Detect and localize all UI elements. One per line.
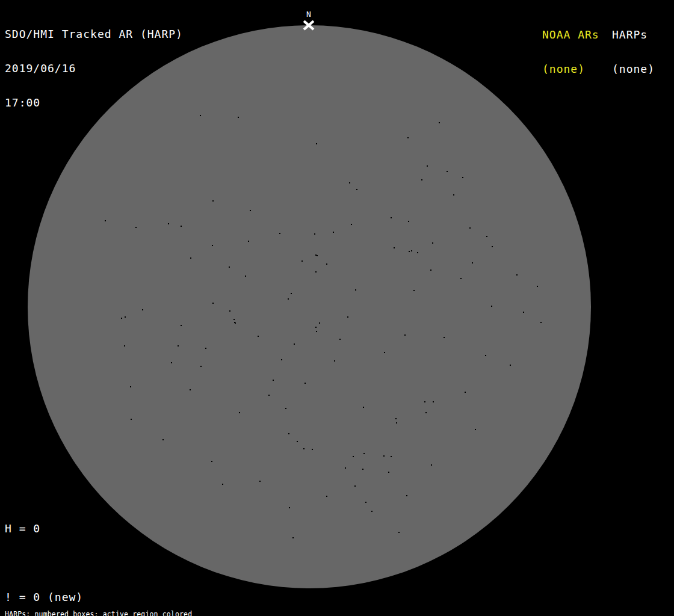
sunspot-speckle (326, 496, 327, 497)
sunspot-speckle (353, 456, 354, 457)
sunspot-speckle (279, 233, 280, 234)
noaa-ars-value: (none) (542, 63, 599, 75)
sunspot-speckle (417, 252, 418, 253)
sunspot-speckle (396, 422, 397, 424)
sunspot-speckle (363, 453, 365, 454)
north-label: N (302, 10, 315, 18)
sunspot-speckle (245, 276, 246, 277)
sunspot-speckle (121, 318, 122, 319)
sunspot-speckle (135, 227, 137, 228)
noaa-ars-block: NOAA ARs (none) (542, 6, 599, 97)
sunspot-speckle (356, 189, 357, 190)
sunspot-speckle (305, 383, 306, 384)
legend-harp-count: H = 0 (5, 523, 140, 534)
sunspot-speckle (316, 331, 317, 332)
sunspot-speckle (465, 392, 466, 393)
sunspot-speckle (105, 220, 106, 221)
sunspot-speckle (523, 312, 524, 313)
sunspot-speckle (239, 412, 240, 413)
sunspot-speckle (424, 401, 425, 402)
sunspot-speckle (130, 386, 131, 387)
sunspot-speckle (205, 348, 206, 349)
sunspot-speckle (273, 380, 274, 381)
title-block: SDO/HMI Tracked AR (HARP) 2019/06/16 17:… (5, 5, 183, 131)
sunspot-speckle (433, 401, 434, 402)
sunspot-speckle (301, 260, 303, 262)
sunspot-speckle (492, 246, 493, 247)
sunspot-speckle (485, 355, 486, 356)
sunspot-speckle (333, 232, 334, 233)
sunspot-speckle (345, 467, 346, 469)
harps-label: HARPs (612, 29, 655, 40)
sunspot-speckle (383, 455, 385, 457)
sunspot-speckle (462, 177, 463, 178)
sunspot-speckle (326, 263, 327, 265)
sunspot-speckle (339, 339, 341, 340)
sunspot-speckle (200, 115, 201, 116)
sunspot-speckle (316, 143, 317, 144)
sunspot-speckle (222, 484, 223, 485)
sunspot-speckle (444, 337, 445, 338)
sunspot-speckle (291, 293, 292, 294)
sunspot-speckle (319, 322, 320, 324)
sunspot-speckle (181, 226, 182, 227)
sunspot-speckle (371, 511, 373, 512)
sunspot-speckle (200, 366, 202, 367)
sunspot-speckle (384, 352, 385, 353)
sunspot-speckle (294, 343, 295, 345)
sunspot-speckle (142, 309, 143, 310)
harps-block: HARPs (none) (612, 6, 655, 97)
sunspot-speckle (475, 429, 476, 430)
sunspot-speckle (537, 286, 538, 287)
sunspot-speckle (395, 418, 397, 419)
sunspot-speckle (258, 336, 259, 337)
harps-value: (none) (612, 63, 655, 75)
sunspot-speckle (453, 194, 454, 196)
sunspot-speckle (314, 233, 315, 235)
sunspot-speckle (288, 433, 289, 434)
sunspot-speckle (406, 495, 407, 496)
sunspot-speckle (355, 289, 356, 291)
sunspot-speckle (317, 255, 318, 256)
stage: N SDO/HMI Tracked AR (HARP) 2019/06/16 1… (0, 0, 674, 616)
sunspot-speckle (516, 274, 518, 276)
sunspot-speckle (409, 251, 410, 252)
sunspot-speckle (430, 270, 431, 271)
sunspot-speckle (312, 449, 313, 450)
sunspot-speckle (354, 485, 356, 487)
sunspot-speckle (212, 245, 213, 246)
page-title: SDO/HMI Tracked AR (HARP) (5, 28, 183, 40)
sunspot-speckle (181, 325, 182, 326)
date-label: 2019/06/16 (5, 63, 183, 74)
sunspot-speckle (469, 227, 471, 229)
sunspot-speckle (303, 448, 305, 449)
sunspot-speckle (248, 241, 249, 242)
sunspot-speckle (472, 262, 473, 263)
sunspot-speckle (391, 456, 392, 457)
sunspot-speckle (178, 345, 179, 346)
sunspot-speckle (212, 200, 214, 202)
sunspot-speckle (162, 439, 164, 440)
sunspot-speckle (334, 360, 335, 362)
sunspot-speckle (540, 322, 542, 323)
sunspot-speckle (394, 247, 395, 248)
sunspot-speckle (211, 461, 212, 462)
sunspot-speckle (347, 316, 348, 318)
sunspot-speckle (407, 137, 409, 138)
sunspot-speckle (171, 362, 172, 363)
sunspot-speckle (365, 502, 366, 503)
footnotes: HARPs: numbered boxes; active region col… (5, 596, 252, 616)
sunspot-speckle (125, 316, 126, 318)
sunspot-speckle (315, 327, 317, 328)
sunspot-speckle (388, 472, 389, 473)
sunspot-speckle (212, 303, 214, 304)
sunspot-speckle (411, 250, 412, 251)
sunspot-speckle (238, 117, 239, 118)
sunspot-speckle (281, 359, 282, 360)
sunspot-speckle (427, 165, 428, 167)
north-cross-icon (302, 20, 315, 31)
sunspot-speckle (408, 221, 409, 222)
sunspot-speckle (190, 389, 191, 390)
sunspot-speckle (491, 306, 492, 307)
footnote-harps: HARPs: numbered boxes; active region col… (5, 611, 252, 616)
